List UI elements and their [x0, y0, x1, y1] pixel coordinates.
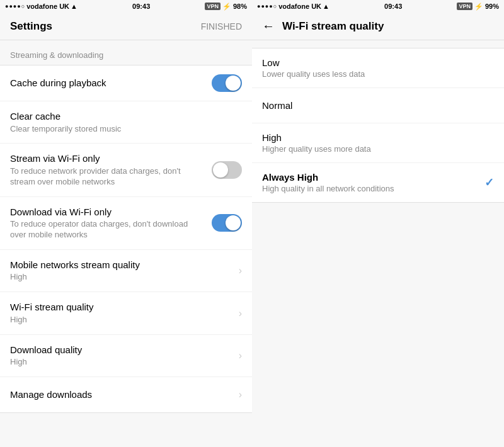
- setting-text-download-wifi: Download via Wi-Fi only To reduce operat…: [10, 206, 204, 240]
- section-header: Streaming & downloading: [0, 40, 252, 65]
- settings-title: Settings: [10, 20, 52, 33]
- left-panel: ●●●●○ vodafone UK ▲ 09:43 VPN ⚡ 98% Sett…: [0, 0, 252, 447]
- cache-playback-toggle[interactable]: [212, 74, 242, 92]
- vpn-icon: VPN: [205, 3, 220, 10]
- status-bar-right: ●●●●○ vodafone UK ▲ 09:43 VPN ⚡ 99%: [252, 0, 504, 13]
- time-right: 09:43: [384, 3, 402, 10]
- download-wifi-subtitle: To reduce operator data charges, don't d…: [10, 219, 204, 240]
- setting-text-mobile-quality: Mobile networks stream quality High: [10, 259, 234, 283]
- wifi-quality-page-title: Wi-Fi stream quality: [282, 20, 384, 33]
- mobile-quality-chevron: ›: [239, 265, 242, 276]
- setting-item-manage-downloads[interactable]: Manage downloads ›: [0, 377, 252, 412]
- wifi-quality-chevron: ›: [239, 308, 242, 319]
- wifi-icon: ▲: [323, 3, 329, 10]
- nav-bar-right: ← Wi-Fi stream quality: [252, 13, 504, 40]
- signal-icon-right: ●●●●○: [257, 3, 277, 9]
- download-quality-chevron: ›: [239, 350, 242, 361]
- quality-item-high[interactable]: High Higher quality uses more data: [252, 123, 504, 163]
- settings-group: Cache during playback Clear cache Clear …: [0, 65, 252, 413]
- quality-subtitle-low: Lower quality uses less data: [262, 69, 494, 79]
- status-left-right: ●●●●○ vodafone UK ▲: [257, 3, 329, 10]
- manage-downloads-chevron: ›: [239, 389, 242, 400]
- battery-right: 99%: [485, 3, 499, 10]
- quality-subtitle-high: Higher quality uses more data: [262, 144, 494, 154]
- stream-wifi-title: Stream via Wi-Fi only: [10, 152, 204, 165]
- manage-downloads-title: Manage downloads: [10, 388, 234, 401]
- quality-list: Low Lower quality uses less data Normal …: [252, 48, 504, 203]
- nav-bar-left: Settings FINISHED: [0, 13, 252, 40]
- quality-text-high: High Higher quality uses more data: [262, 132, 494, 154]
- quality-title-low: Low: [262, 57, 494, 68]
- status-left: ●●●●○ vodafone UK ▲: [5, 3, 77, 10]
- bluetooth-icon: ⚡: [222, 3, 231, 11]
- setting-text-download-quality: Download quality High: [10, 344, 234, 368]
- setting-text-clear-cache: Clear cache Clear temporarily stored mus…: [10, 110, 242, 134]
- quality-title-always-high: Always High: [262, 172, 484, 183]
- mobile-quality-title: Mobile networks stream quality: [10, 259, 234, 271]
- quality-title-high: High: [262, 132, 494, 143]
- finished-button[interactable]: FINISHED: [201, 21, 242, 31]
- download-wifi-title: Download via Wi-Fi only: [10, 206, 204, 218]
- quality-text-always-high: Always High High quality in all network …: [262, 172, 484, 193]
- signal-icon: ●●●●○: [5, 3, 25, 9]
- clear-cache-title: Clear cache: [10, 110, 242, 123]
- status-bar-left: ●●●●○ vodafone UK ▲ 09:43 VPN ⚡ 98%: [0, 0, 252, 13]
- stream-wifi-subtitle: To reduce network provider data charges,…: [10, 166, 204, 188]
- setting-text-wifi-quality: Wi-Fi stream quality High: [10, 301, 234, 325]
- setting-item-mobile-quality[interactable]: Mobile networks stream quality High ›: [0, 250, 252, 292]
- download-quality-title: Download quality: [10, 344, 234, 356]
- download-wifi-toggle[interactable]: [212, 214, 242, 232]
- back-button[interactable]: ←: [262, 19, 275, 33]
- setting-item-download-quality[interactable]: Download quality High ›: [0, 335, 252, 377]
- download-quality-subtitle: High: [10, 357, 234, 368]
- quality-text-normal: Normal: [262, 100, 494, 111]
- setting-item-download-wifi[interactable]: Download via Wi-Fi only To reduce operat…: [0, 197, 252, 250]
- setting-item-stream-wifi[interactable]: Stream via Wi-Fi only To reduce network …: [0, 144, 252, 196]
- right-panel: ●●●●○ vodafone UK ▲ 09:43 VPN ⚡ 99% ← Wi…: [252, 0, 504, 447]
- quality-item-low[interactable]: Low Lower quality uses less data: [252, 48, 504, 88]
- status-right-left: VPN ⚡ 98%: [205, 3, 247, 11]
- quality-title-normal: Normal: [262, 100, 494, 111]
- settings-content: Streaming & downloading Cache during pla…: [0, 40, 252, 447]
- clear-cache-subtitle: Clear temporarily stored music: [10, 124, 242, 135]
- mobile-quality-subtitle: High: [10, 272, 234, 283]
- cache-playback-title: Cache during playback: [10, 77, 204, 89]
- setting-item-clear-cache[interactable]: Clear cache Clear temporarily stored mus…: [0, 101, 252, 144]
- vpn-icon-right: VPN: [457, 3, 472, 10]
- checkmark-icon: ✓: [484, 176, 494, 190]
- setting-item-wifi-quality[interactable]: Wi-Fi stream quality High ›: [0, 292, 252, 334]
- setting-text-manage-downloads: Manage downloads: [10, 388, 234, 401]
- setting-text-cache: Cache during playback: [10, 77, 204, 89]
- setting-item-cache-playback[interactable]: Cache during playback: [0, 65, 252, 101]
- quality-item-normal[interactable]: Normal: [252, 88, 504, 123]
- status-right-right: VPN ⚡ 99%: [457, 3, 499, 11]
- stream-wifi-toggle[interactable]: [212, 161, 242, 179]
- signal-bars-icon: ▲: [71, 3, 77, 10]
- wifi-quality-subtitle: High: [10, 315, 234, 325]
- carrier-right: vodafone UK: [278, 3, 321, 10]
- setting-text-stream-wifi: Stream via Wi-Fi only To reduce network …: [10, 152, 204, 187]
- time-left: 09:43: [132, 3, 150, 10]
- carrier-left: vodafone UK: [26, 3, 69, 10]
- bluetooth-icon-right: ⚡: [474, 3, 483, 11]
- battery-left: 98%: [233, 3, 247, 10]
- wifi-quality-title: Wi-Fi stream quality: [10, 301, 234, 314]
- quality-subtitle-always-high: High quality in all network conditions: [262, 184, 484, 193]
- quality-text-low: Low Lower quality uses less data: [262, 57, 494, 79]
- quality-item-always-high[interactable]: Always High High quality in all network …: [252, 163, 504, 202]
